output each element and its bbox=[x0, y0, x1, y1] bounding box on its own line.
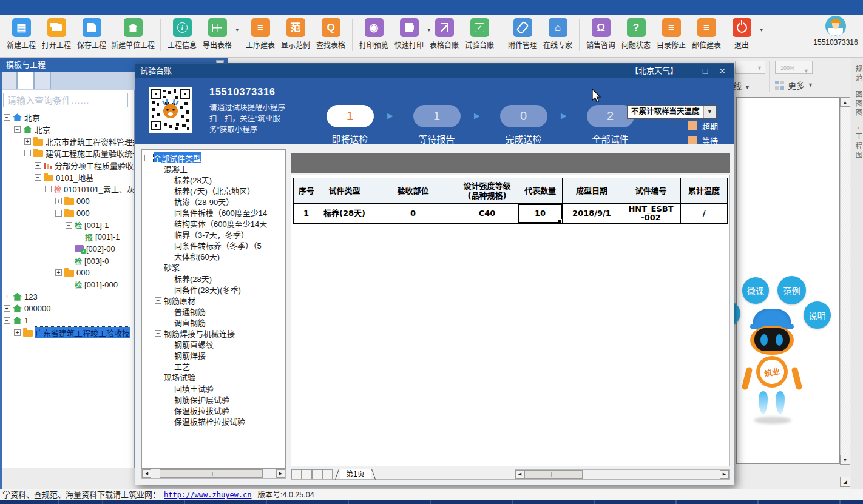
tree-item[interactable]: − 混凝土 bbox=[142, 163, 285, 174]
table-header-cell[interactable]: 设计强度等级 (品种规格) bbox=[456, 178, 518, 204]
tree-item[interactable]: − 砂浆 bbox=[142, 262, 285, 273]
temperature-mode-dropdown[interactable]: 不累计取样当天温度 ▼ bbox=[627, 105, 717, 119]
search-input[interactable]: 请输入查询条件…… bbox=[3, 93, 128, 107]
tree-expander-icon[interactable]: − bbox=[14, 126, 21, 133]
table-cell[interactable]: 2018/9/1 bbox=[562, 204, 621, 223]
menu-item[interactable] bbox=[45, 0, 63, 15]
resize-corner-button[interactable]: ◢ bbox=[840, 477, 850, 487]
pager-nav-icon[interactable] bbox=[291, 469, 302, 479]
floating-help-button[interactable]: 说明 bbox=[804, 301, 831, 329]
toolbar-button[interactable]: ≡ ▾ 工序建表 bbox=[245, 18, 276, 50]
tree-expander-icon[interactable]: + bbox=[14, 329, 21, 336]
style-dropdown[interactable]: ▼ bbox=[735, 61, 765, 74]
tree-item[interactable]: − 北京 bbox=[1, 112, 134, 124]
close-icon[interactable]: ✕ bbox=[716, 64, 729, 78]
tree-expander-icon[interactable]: − bbox=[144, 155, 151, 161]
toolbar-button[interactable]: Ω ▾ 销售咨询 bbox=[585, 18, 617, 50]
tree-item[interactable]: 保温板拉拔试验 bbox=[142, 405, 285, 415]
tree-expander-icon[interactable]: − bbox=[55, 210, 62, 217]
tree-item[interactable]: − 北京 bbox=[1, 124, 134, 136]
toolbar-button[interactable]: ▤ ▾ 新建工程 bbox=[5, 18, 37, 50]
tree-item[interactable]: + 北京市建筑工程资料管理规 bbox=[1, 135, 134, 147]
tree-item[interactable]: 同条件转标养（冬季）（5 bbox=[142, 240, 285, 251]
tree-expander-icon[interactable]: + bbox=[4, 305, 10, 312]
table-cell[interactable]: 10 bbox=[518, 204, 562, 223]
toolbar-button[interactable]: ≡ ▾ 部位建表 bbox=[691, 18, 722, 50]
scroll-up-icon[interactable]: ▲ bbox=[840, 97, 850, 107]
tree-item[interactable]: 钢筋保护层试验 bbox=[142, 394, 285, 405]
chevron-down-icon[interactable]: ▼ bbox=[703, 106, 716, 118]
toolbar-button[interactable]: ▾ 退出 bbox=[726, 18, 757, 50]
toolbar-button[interactable]: Q ▾ 查找表格 bbox=[315, 18, 347, 50]
table-cell[interactable]: 标养(28天) bbox=[319, 204, 370, 223]
tree-expander-icon[interactable]: − bbox=[4, 114, 10, 121]
tree-item[interactable]: 临界（3-7天，冬季） bbox=[142, 229, 285, 240]
page-tab[interactable]: 第1页 bbox=[340, 469, 371, 479]
tree-item[interactable]: − 000 bbox=[1, 207, 134, 220]
status-step[interactable]: ▶ 0 完成送检 bbox=[480, 105, 567, 145]
toolbar-button[interactable]: ▾ 试验台账 bbox=[464, 18, 495, 50]
tree-expander-icon[interactable]: − bbox=[35, 174, 41, 181]
vertical-tab[interactable]: 图图图 bbox=[853, 90, 863, 118]
tree-item[interactable]: − 检 01010101_素土、灰 bbox=[1, 183, 134, 195]
tree-item[interactable]: − 建筑工程施工质量验收统一 bbox=[1, 147, 134, 160]
scroll-thumb[interactable] bbox=[160, 469, 263, 478]
table-header-cell[interactable]: 试件类型 bbox=[319, 178, 370, 204]
tree-item[interactable]: 调直钢筋 bbox=[142, 317, 285, 328]
form-vscrollbar[interactable]: ▲ ▼ bbox=[840, 97, 850, 474]
table-cell[interactable]: C40 bbox=[456, 204, 518, 223]
table-header-cell[interactable]: 序号 bbox=[294, 178, 319, 204]
tree-item[interactable]: 工艺 bbox=[142, 361, 285, 372]
toolbar-button[interactable]: ▾ 工程信息 bbox=[166, 18, 198, 50]
dropdown-caret-icon[interactable]: ▾ bbox=[235, 27, 239, 33]
tree-item[interactable]: + 广东省建筑工程竣工验收技 bbox=[1, 326, 134, 338]
tree-expander-icon[interactable]: + bbox=[24, 138, 31, 145]
tree-item[interactable]: − 钢筋原材 bbox=[142, 295, 285, 306]
tree-item[interactable]: − 1 bbox=[1, 315, 134, 327]
maximize-icon[interactable]: □ bbox=[699, 64, 712, 78]
mascot-robot[interactable]: 筑业 bbox=[744, 306, 800, 425]
tree-item[interactable]: − 检 [001]-1 bbox=[1, 219, 134, 231]
dialog-titlebar[interactable]: 试验台账 【北京天气】 □ ✕ bbox=[135, 64, 734, 78]
table-cell[interactable]: 1 bbox=[294, 204, 319, 223]
toolbar-button[interactable]: ▾ 新建单位工程 bbox=[111, 18, 155, 50]
tree-item[interactable]: 标养(28天) bbox=[142, 273, 285, 284]
tree-expander-icon[interactable]: − bbox=[45, 186, 52, 192]
table-header-cell[interactable]: 累计温度 bbox=[680, 178, 727, 204]
tree-item[interactable]: + 000 bbox=[1, 267, 134, 279]
tree-item[interactable]: 大体积(60天) bbox=[142, 251, 285, 262]
table-header-cell[interactable]: 试件编号 bbox=[621, 178, 680, 204]
tree-item[interactable]: 检 [003]-0 bbox=[1, 255, 134, 267]
toolbar-button[interactable]: ▾ 快速打印 bbox=[393, 18, 425, 50]
scroll-down-icon[interactable]: ▼ bbox=[840, 455, 850, 465]
tree-item[interactable]: [002]-00 bbox=[1, 243, 134, 255]
tree-expander-icon[interactable]: − bbox=[155, 297, 161, 304]
toolbar-button[interactable]: ▾ 打开工程 bbox=[41, 18, 72, 50]
pager-nav-icon[interactable] bbox=[322, 469, 333, 479]
tree-item[interactable]: 报 [001]-1 bbox=[1, 231, 134, 243]
tree-item[interactable]: + 000000 bbox=[1, 303, 134, 315]
menu-item[interactable] bbox=[81, 0, 100, 15]
tree-item[interactable]: 结构实体（600度至少14天 bbox=[142, 218, 285, 229]
tree-item[interactable]: 标养(7天)（北京地区） bbox=[142, 185, 285, 196]
scroll-track[interactable] bbox=[840, 107, 850, 455]
toolbar-button[interactable]: ▾ 表格台账 bbox=[428, 18, 460, 50]
toolbar-button[interactable]: ⌂ ▾ 在线专家 bbox=[542, 18, 574, 50]
tree-expander-icon[interactable]: + bbox=[55, 198, 62, 204]
tree-item[interactable]: 检 [001]-000 bbox=[1, 279, 134, 291]
tree-item[interactable]: + 000 bbox=[1, 195, 134, 207]
tree-item[interactable]: − 现场试验 bbox=[142, 372, 285, 383]
scroll-thumb[interactable] bbox=[524, 470, 583, 479]
tree-expander-icon[interactable]: − bbox=[155, 264, 161, 270]
tree-item[interactable]: − 0101_地基 bbox=[1, 171, 134, 183]
weather-label[interactable]: 【北京天气】 bbox=[631, 64, 678, 78]
floating-help-button[interactable]: 微课 bbox=[742, 277, 769, 304]
tree-item[interactable]: 普通钢筋 bbox=[142, 306, 285, 317]
user-avatar-icon[interactable] bbox=[825, 16, 846, 36]
tree-item[interactable]: 保温板锚栓拉拔试验 bbox=[142, 415, 285, 426]
floating-help-button[interactable]: 范例 bbox=[777, 276, 806, 304]
menu-item[interactable] bbox=[118, 0, 136, 15]
tree-item[interactable]: + 123 bbox=[1, 291, 134, 303]
tree-expander-icon[interactable]: − bbox=[155, 330, 161, 337]
toolbar-button[interactable]: 范 ▾ 显示范例 bbox=[280, 18, 311, 50]
